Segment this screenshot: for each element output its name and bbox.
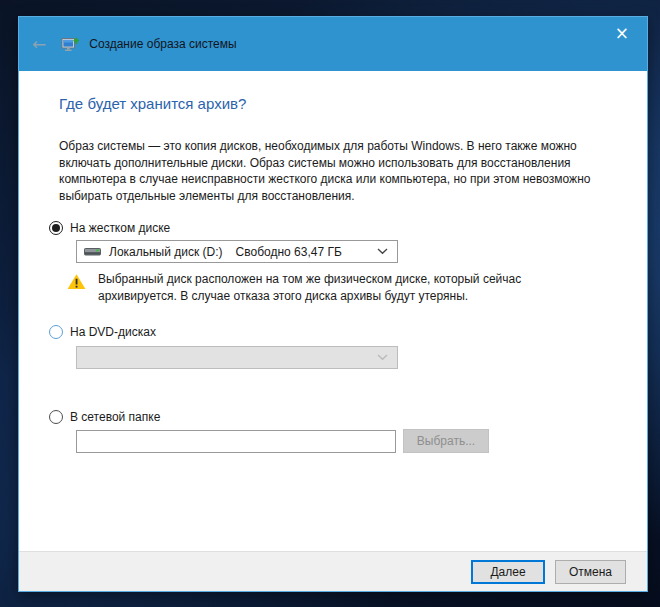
radio-button-hard-disk[interactable] — [49, 221, 63, 235]
create-system-image-dialog: ← Создание образа системы × Где будет хр… — [18, 16, 648, 592]
selected-drive-name: Локальный диск (D:) — [109, 245, 223, 259]
description-text: Образ системы — это копия дисков, необхо… — [59, 138, 615, 204]
radio-label-dvd: На DVD-дисках — [70, 325, 156, 339]
system-image-icon — [61, 36, 80, 53]
dvd-dropdown-disabled — [76, 346, 398, 369]
next-button[interactable]: Далее — [471, 560, 545, 584]
radio-option-dvd[interactable]: На DVD-дисках — [49, 325, 647, 339]
chevron-down-icon[interactable] — [377, 248, 388, 255]
hard-disk-dropdown[interactable]: Локальный диск (D:) Свободно 63,47 ГБ — [76, 240, 398, 263]
warning-text: Выбранный диск расположен на том же физи… — [98, 271, 560, 304]
footer-bar: Далее Отмена — [19, 551, 647, 591]
radio-button-network[interactable] — [49, 410, 63, 424]
drive-free-space: Свободно 63,47 ГБ — [236, 245, 342, 259]
back-icon[interactable]: ← — [32, 36, 46, 53]
radio-option-hard-disk[interactable]: На жестком диске — [49, 221, 647, 235]
radio-button-dvd[interactable] — [49, 325, 63, 339]
network-path-row: Выбрать... — [76, 429, 647, 453]
window-title: Создание образа системы — [89, 37, 236, 51]
radio-label-network: В сетевой папке — [70, 410, 160, 424]
cancel-button[interactable]: Отмена — [555, 560, 626, 584]
chevron-down-icon — [377, 354, 388, 361]
radio-label-hard-disk: На жестком диске — [70, 221, 170, 235]
dialog-content: Где будет хранится архив? Образ системы … — [19, 71, 647, 551]
page-title: Где будет хранится архив? — [59, 95, 647, 112]
radio-option-network[interactable]: В сетевой папке — [49, 410, 647, 424]
hard-drive-icon — [84, 246, 101, 258]
warning-message: Выбранный диск расположен на том же физи… — [67, 271, 647, 304]
network-path-input[interactable] — [76, 430, 396, 453]
titlebar: ← Создание образа системы × — [19, 17, 647, 71]
warning-icon — [67, 273, 86, 290]
close-icon[interactable]: × — [605, 19, 639, 48]
desktop-background: ← Создание образа системы × Где будет хр… — [0, 0, 660, 607]
browse-button: Выбрать... — [403, 429, 489, 453]
